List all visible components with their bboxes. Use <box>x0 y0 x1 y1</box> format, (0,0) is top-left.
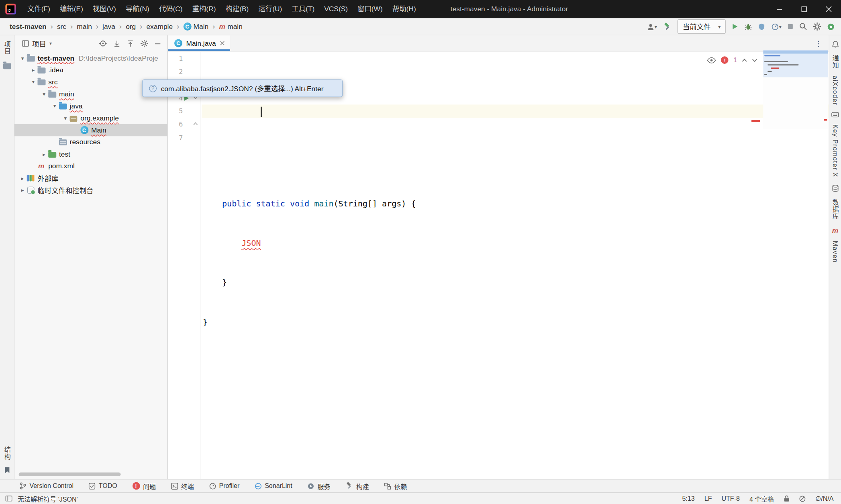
run-configuration-selector[interactable]: 当前文件 <box>678 19 726 34</box>
tree-row-external-libs[interactable]: 外部库 <box>14 172 167 184</box>
run-button[interactable] <box>732 23 739 30</box>
tree-row-pom[interactable]: pom.xml <box>14 160 167 172</box>
toolwindow-toggle-icon[interactable] <box>5 496 12 502</box>
chevron-right-icon[interactable] <box>19 175 27 181</box>
maven-icon[interactable] <box>832 227 838 234</box>
highlighting-eye-icon[interactable] <box>707 57 716 63</box>
build-hammer-icon[interactable] <box>663 22 672 31</box>
settings-gear-icon[interactable] <box>813 22 821 31</box>
import-suggestion-popup[interactable]: com.alibaba.fastjson2.JSON? (多重选择...) Al… <box>142 80 343 97</box>
chevron-down-icon[interactable] <box>62 115 69 121</box>
minimize-button[interactable] <box>767 0 792 18</box>
breadcrumb-project[interactable]: test-maven <box>8 22 47 31</box>
breadcrumb-java[interactable]: java <box>101 22 116 31</box>
close-button[interactable] <box>817 0 841 18</box>
tab-main-java[interactable]: Main.java <box>168 35 230 51</box>
bookmark-icon[interactable] <box>4 467 10 473</box>
next-error-icon[interactable] <box>752 58 757 62</box>
locate-file-icon[interactable] <box>99 40 107 47</box>
menu-code[interactable]: 代码(C) <box>154 0 188 18</box>
menu-file[interactable]: 文件(F) <box>22 0 55 18</box>
tab-options-icon[interactable] <box>815 39 829 47</box>
tool-stripe-structure[interactable]: 结构 <box>2 446 12 460</box>
plugin-icon[interactable] <box>827 23 835 31</box>
tool-problems[interactable]: 问题 <box>132 482 156 491</box>
chevron-down-icon[interactable] <box>40 91 48 97</box>
tool-stripe-maven[interactable]: Maven <box>831 241 839 263</box>
breadcrumb-src[interactable]: src <box>56 22 67 31</box>
chevron-down-icon[interactable] <box>49 41 52 46</box>
database-icon[interactable] <box>832 185 839 192</box>
tool-dependencies[interactable]: 依赖 <box>384 482 407 491</box>
keyboard-icon[interactable] <box>831 112 839 118</box>
caret-position-widget[interactable]: 5:13 <box>682 495 695 502</box>
breadcrumb-method-main[interactable]: main <box>218 22 244 31</box>
tool-profiler[interactable]: Profiler <box>209 482 239 490</box>
code-content[interactable]: package org.example; public static void … <box>202 52 829 479</box>
breadcrumb-example[interactable]: example <box>145 22 174 31</box>
tool-stripe-database[interactable]: 数据库 <box>831 199 840 220</box>
project-panel-title[interactable]: 项目 <box>32 38 46 48</box>
debug-button[interactable] <box>745 23 752 31</box>
profiler-button[interactable] <box>772 23 782 31</box>
memory-indicator[interactable]: ∅/N/A <box>815 495 833 502</box>
run-with-coverage-button[interactable] <box>758 23 766 31</box>
tree-row-resources[interactable]: resources <box>14 136 167 148</box>
menu-window[interactable]: 窗口(W) <box>353 0 388 18</box>
menu-tools[interactable]: 工具(T) <box>287 0 319 18</box>
menu-refactor[interactable]: 重构(R) <box>188 0 221 18</box>
chevron-down-icon[interactable] <box>51 103 59 109</box>
breadcrumb-main-dir[interactable]: main <box>76 22 93 31</box>
menu-run[interactable]: 运行(U) <box>253 0 287 18</box>
hide-panel-icon[interactable] <box>155 41 161 47</box>
panel-settings-gear-icon[interactable] <box>141 40 148 47</box>
error-stripe-mark[interactable] <box>751 120 760 122</box>
tool-stripe-notifications[interactable]: 通知 <box>831 55 840 69</box>
tool-version-control[interactable]: Version Control <box>19 482 73 490</box>
tool-sonarlint[interactable]: SonarLint <box>255 482 292 490</box>
tool-stripe-aixcoder[interactable]: aiXcoder <box>831 75 839 105</box>
menu-build[interactable]: 构建(B) <box>220 0 253 18</box>
tree-row-idea[interactable]: .idea <box>14 64 167 76</box>
expand-all-icon[interactable] <box>114 40 120 47</box>
tool-stripe-key-promoter[interactable]: Key Promoter X <box>831 124 839 178</box>
fold-up-icon[interactable] <box>193 122 198 126</box>
tree-row-test[interactable]: test <box>14 148 167 160</box>
user-account-icon[interactable] <box>647 23 657 31</box>
tool-stripe-project[interactable]: 项目 <box>2 41 12 55</box>
lock-icon[interactable] <box>784 495 790 502</box>
tree-row-java[interactable]: java <box>14 100 167 112</box>
chevron-right-icon[interactable] <box>40 151 48 157</box>
chevron-down-icon[interactable] <box>29 79 37 85</box>
tree-row-scratches[interactable]: 临时文件和控制台 <box>14 184 167 196</box>
chevron-right-icon[interactable] <box>29 67 37 73</box>
tool-services[interactable]: 服务 <box>307 482 330 491</box>
menu-help[interactable]: 帮助(H) <box>388 0 421 18</box>
tree-row-main-class[interactable]: Main <box>14 124 167 136</box>
menu-edit[interactable]: 编辑(E) <box>55 0 88 18</box>
collapse-all-icon[interactable] <box>127 40 134 47</box>
tree-row-project-root[interactable]: test-maven D:\IdeaProjects\IdeaProje <box>14 52 167 64</box>
horizontal-scrollbar[interactable] <box>19 473 121 476</box>
encoding-widget[interactable]: UTF-8 <box>721 495 739 502</box>
tool-terminal[interactable]: 终端 <box>171 482 194 491</box>
folder-icon[interactable] <box>3 63 11 69</box>
close-tab-icon[interactable] <box>220 41 225 45</box>
line-separator-widget[interactable]: LF <box>704 495 712 502</box>
bell-icon[interactable] <box>832 41 839 47</box>
breadcrumb-org[interactable]: org <box>125 22 137 31</box>
indent-widget[interactable]: 4 个空格 <box>749 494 774 503</box>
tool-build[interactable]: 构建 <box>345 482 369 491</box>
previous-error-icon[interactable] <box>742 58 747 62</box>
circle-slash-icon[interactable] <box>799 496 806 502</box>
code-minimap[interactable] <box>763 51 828 129</box>
chevron-down-icon[interactable] <box>19 55 27 61</box>
menu-navigate[interactable]: 导航(N) <box>121 0 154 18</box>
inspection-widget[interactable]: 1 <box>707 56 757 64</box>
status-message[interactable]: 无法解析符号 'JSON' <box>18 494 78 503</box>
search-everywhere-icon[interactable] <box>799 22 807 31</box>
stop-button[interactable] <box>788 24 794 30</box>
menu-vcs[interactable]: VCS(S) <box>319 0 353 18</box>
menu-view[interactable]: 视图(V) <box>88 0 121 18</box>
tree-row-package[interactable]: org.example <box>14 112 167 124</box>
